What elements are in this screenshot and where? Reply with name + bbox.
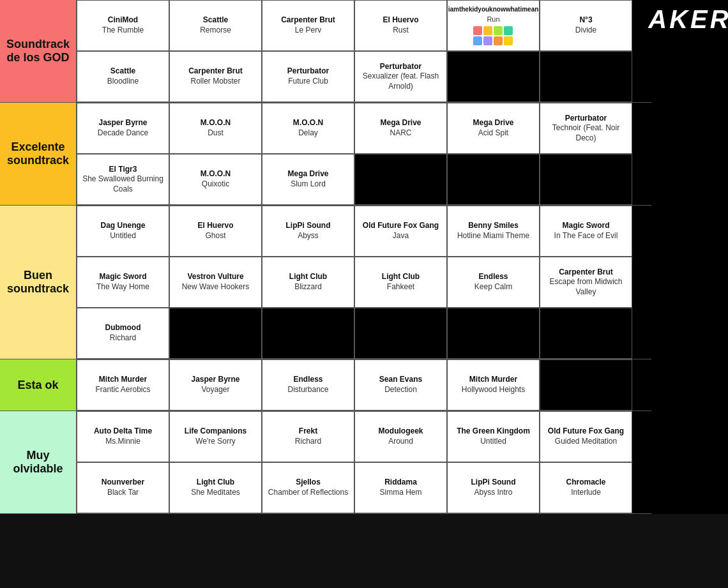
- card: Carpenter BrutLe Perv: [262, 0, 354, 51]
- card-artist: Sjellos: [296, 478, 321, 488]
- card-song: In The Face of Evil: [554, 231, 618, 241]
- card-artist: Carpenter Brut: [281, 15, 335, 26]
- card: Carpenter BrutEscape from Midwich Valley: [540, 257, 632, 308]
- card-artist: Modulogeek: [378, 426, 423, 437]
- card: [447, 308, 540, 359]
- card: Carpenter BrutRoller Mobster: [169, 51, 262, 102]
- card-song: Future Club: [288, 77, 328, 87]
- card-artist: Old Future Fox Gang: [548, 426, 624, 437]
- card: [540, 308, 632, 359]
- card: Magic SwordThe Way Home: [77, 257, 169, 308]
- card: [262, 308, 354, 359]
- card-artist: El Huervo: [197, 221, 233, 231]
- card-song: Black Tar: [107, 488, 139, 498]
- card-song: Hotline Miami Theme: [457, 231, 529, 241]
- card-song: She Meditates: [191, 488, 240, 498]
- logo-panel: AKER: [651, 0, 728, 514]
- card: El HuervoRust: [354, 0, 447, 51]
- card: LipPi SoundAbyss Intro: [447, 462, 540, 513]
- card-artist: Perturbator: [380, 62, 421, 72]
- card-artist: M.O.O.N: [201, 169, 231, 179]
- tier-cards-estaok: Mitch MurderFrantic AerobicsJasper Byrne…: [77, 359, 651, 411]
- card-song: New Wave Hookers: [182, 282, 250, 292]
- card-song: Ghost: [205, 231, 225, 241]
- card-artist: Scattle: [203, 15, 228, 26]
- card-song: Keep Calm: [474, 282, 512, 292]
- card-artist: Light Club: [197, 478, 234, 488]
- card: PerturbatorFuture Club: [262, 51, 354, 102]
- card: Mega DriveSlum Lord: [262, 154, 354, 205]
- tier-row-god: Soundtrack de los GODCiniModThe RumbleSc…: [0, 0, 651, 103]
- card: N°3Divide: [540, 0, 632, 51]
- card: SjellosChamber of Reflections: [262, 462, 354, 513]
- card-artist: Old Future Fox Gang: [363, 221, 439, 231]
- card: NounverberBlack Tar: [77, 462, 169, 513]
- card-artist: Light Club: [382, 272, 420, 282]
- card-song: Simma Hem: [379, 488, 421, 498]
- tier-label-god: Soundtrack de los GOD: [0, 0, 77, 102]
- card: EndlessDisturbance: [262, 359, 354, 411]
- tier-label-estaok: Esta ok: [0, 359, 77, 411]
- card: Old Future Fox GangJava: [354, 206, 447, 257]
- tier-row-estaok: Esta okMitch MurderFrantic AerobicsJaspe…: [0, 359, 651, 411]
- card-song: Chamber of Reflections: [268, 488, 348, 498]
- card: [447, 51, 540, 102]
- card-artist: Endless: [293, 375, 322, 385]
- card: M.O.O.NQuixotic: [169, 154, 262, 205]
- card: Benny SmilesHotline Miami Theme: [447, 206, 540, 257]
- card-song: Sexualizer (feat. Flash Arnold): [359, 72, 443, 91]
- card: [169, 308, 262, 359]
- card-artist: Riddama: [384, 478, 417, 488]
- card-song: Remorse: [200, 26, 231, 36]
- card-song: Around: [388, 437, 413, 447]
- card-song: Fahkeet: [387, 282, 414, 292]
- card-artist: Mitch Murder: [469, 375, 517, 385]
- card-song: Divide: [575, 26, 596, 36]
- card-song: Richard: [110, 333, 136, 343]
- card-artist: Magic Sword: [562, 221, 609, 231]
- card-song: Escape from Midwich Valley: [544, 277, 628, 297]
- card: Mitch MurderHollywood Heights: [447, 359, 540, 411]
- card-song: Slum Lord: [291, 179, 326, 190]
- card-artist: Chromacle: [566, 478, 605, 488]
- card-song: Delay: [298, 128, 318, 139]
- card-artist: Mega Drive: [287, 169, 328, 179]
- card-artist: The Green Kingdom: [457, 426, 530, 437]
- tier-cards-excelente: Jasper ByrneDecade DanceM.O.O.NDustM.O.O…: [77, 103, 651, 205]
- card-artist: Perturbator: [565, 114, 607, 124]
- card-song: Acid Spit: [478, 128, 508, 139]
- card: DubmoodRichard: [77, 308, 169, 359]
- card-song: Java: [393, 231, 409, 241]
- card: LipPi SoundAbyss: [262, 206, 354, 257]
- card-artist: Dubmood: [105, 323, 141, 333]
- card-artist: Perturbator: [287, 66, 329, 77]
- card: Vestron VultureNew Wave Hookers: [169, 257, 262, 308]
- card: ModulogeekAround: [354, 411, 447, 462]
- card: RiddamaSimma Hem: [354, 462, 447, 513]
- card-song: Decade Dance: [98, 128, 148, 139]
- card-artist: El Huervo: [383, 15, 418, 26]
- card: M.O.O.NDelay: [262, 103, 354, 154]
- card-artist: CiniMod: [108, 15, 138, 26]
- card: ScattleBloodline: [77, 51, 169, 102]
- card: Jasper ByrneVoyager: [169, 359, 262, 411]
- card-song: Abyss Intro: [474, 488, 512, 498]
- card: ScattleRemorse: [169, 0, 262, 51]
- logo-text: AKER: [648, 5, 728, 34]
- card-song: Quixotic: [202, 179, 229, 190]
- card: Light ClubShe Meditates: [169, 462, 262, 513]
- card: Magic SwordIn The Face of Evil: [540, 206, 632, 257]
- tier-cards-muy: Auto Delta TimeMs.MinnieLife CompanionsW…: [77, 411, 651, 513]
- card: EndlessKeep Calm: [447, 257, 540, 308]
- tier-cards-god: CiniModThe RumbleScattleRemorseCarpenter…: [77, 0, 651, 102]
- card-artist: Light Club: [289, 272, 327, 282]
- card: Mitch MurderFrantic Aerobics: [77, 359, 169, 411]
- card-artist: Mitch Murder: [99, 375, 147, 385]
- card: [447, 154, 540, 205]
- card-artist: Endless: [478, 272, 508, 282]
- tier-cards-buen: Dag UnengeUntitledEl HuervoGhostLipPi So…: [77, 206, 651, 359]
- card: Light ClubBlizzard: [262, 257, 354, 308]
- card-artist: Frekt: [299, 426, 317, 437]
- card: El Tigr3She Swallowed Burning Coals: [77, 154, 169, 205]
- card-artist: LipPi Sound: [286, 221, 331, 231]
